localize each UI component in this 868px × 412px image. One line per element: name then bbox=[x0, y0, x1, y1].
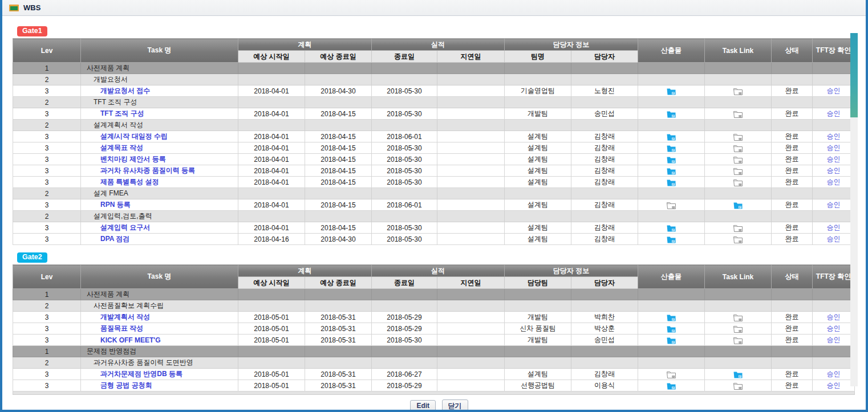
approve-link[interactable]: 승인 bbox=[827, 223, 841, 231]
deliverable-folder-blue-icon[interactable] bbox=[667, 88, 676, 95]
task-name-link[interactable]: 개발계획서 작성 bbox=[100, 313, 150, 321]
approve-link[interactable]: 승인 bbox=[827, 324, 841, 332]
tasklink-folder-outline-icon[interactable] bbox=[733, 225, 743, 232]
confirm-cell: 승인 bbox=[813, 142, 855, 154]
approve-link[interactable]: 승인 bbox=[827, 132, 841, 140]
tasklink-folder-outline-icon[interactable] bbox=[733, 236, 743, 243]
deliverable-folder-blue-icon[interactable] bbox=[667, 236, 676, 243]
task-name-link[interactable]: 과거차문제점 반영DB 등록 bbox=[100, 370, 182, 378]
deliverable-folder-blue-icon[interactable] bbox=[667, 337, 676, 344]
table-row-task: 3개발계획서 작성2018-05-012018-05-312018-05-29개… bbox=[13, 312, 855, 323]
tasklink-folder-outline-icon[interactable] bbox=[733, 314, 743, 321]
team-cell bbox=[505, 188, 571, 199]
team-cell: 설계팀 bbox=[505, 131, 571, 142]
deliverable-folder-blue-icon[interactable] bbox=[667, 168, 676, 175]
task-name-link[interactable]: 과거차 유사차종 품질이력 등록 bbox=[100, 166, 195, 174]
approve-link[interactable]: 승인 bbox=[827, 109, 841, 117]
plan-end-cell: 2018-04-15 bbox=[305, 177, 372, 188]
deliverable-folder-blue-icon[interactable] bbox=[667, 111, 676, 118]
tasklink-folder-outline-icon[interactable] bbox=[733, 156, 743, 164]
deliverable-cell bbox=[638, 300, 705, 312]
approve-link[interactable]: 승인 bbox=[827, 178, 841, 186]
team-cell: 개발팀 bbox=[505, 108, 571, 120]
task-name-link[interactable]: RPN 등록 bbox=[100, 201, 131, 209]
approve-link[interactable]: 승인 bbox=[827, 144, 841, 152]
deliverable-cell bbox=[638, 85, 705, 97]
approve-link[interactable]: 승인 bbox=[827, 235, 841, 243]
tasklink-folder-outline-icon[interactable] bbox=[733, 382, 743, 390]
table-row-task: 3설계입력 요구서2018-04-012018-04-152018-05-30설… bbox=[13, 222, 855, 234]
gate2-table: Lev Task 명 계획 실적 담당자 정보 산출물 Task Link 상태… bbox=[13, 264, 855, 395]
lev-cell: 3 bbox=[13, 177, 81, 188]
deliverable-folder-blue-icon[interactable] bbox=[667, 133, 676, 141]
task-name-link[interactable]: 설계/시작 대일정 수립 bbox=[100, 132, 168, 140]
plan-end-cell: 2018-04-15 bbox=[305, 154, 372, 165]
tasklink-folder-outline-icon[interactable] bbox=[733, 337, 743, 344]
delay-cell bbox=[437, 369, 505, 380]
actual-end-cell bbox=[372, 120, 437, 131]
plan-start-cell bbox=[238, 289, 305, 300]
tasklink-folder-outline-icon[interactable] bbox=[733, 179, 743, 186]
team-cell bbox=[505, 346, 571, 357]
plan-start-cell: 2018-05-01 bbox=[238, 335, 305, 346]
deliverable-folder-blue-icon[interactable] bbox=[667, 314, 676, 321]
actual-end-cell: 2018-06-01 bbox=[372, 131, 437, 142]
tasklink-folder-outline-icon[interactable] bbox=[733, 133, 743, 141]
close-button[interactable]: 닫기 bbox=[442, 399, 468, 412]
approve-link[interactable]: 승인 bbox=[827, 155, 841, 163]
task-name-link[interactable]: 개발요청서 접수 bbox=[100, 87, 150, 95]
plan-end-cell: 2018-04-15 bbox=[305, 222, 372, 234]
approve-link[interactable]: 승인 bbox=[827, 201, 841, 209]
lev-cell: 3 bbox=[13, 108, 81, 120]
approve-link[interactable]: 승인 bbox=[827, 370, 841, 378]
deliverable-folder-blue-icon[interactable] bbox=[667, 382, 676, 390]
approve-link[interactable]: 승인 bbox=[827, 336, 841, 344]
task-name-link[interactable]: 금형 공법 공청회 bbox=[100, 381, 152, 389]
col-header-owner: 담당자 bbox=[571, 51, 638, 63]
approve-link[interactable]: 승인 bbox=[827, 87, 841, 95]
tasklink-folder-outline-icon[interactable] bbox=[733, 168, 743, 175]
deliverable-folder-outline-icon[interactable] bbox=[667, 371, 676, 378]
task-name-link[interactable]: 설계목표 작성 bbox=[100, 144, 143, 152]
deliverable-folder-blue-icon[interactable] bbox=[667, 156, 676, 164]
task-name-link[interactable]: 벤치마킹 제안서 등록 bbox=[100, 155, 166, 163]
task-name-link[interactable]: DPA 점검 bbox=[100, 235, 129, 243]
task-name-cell: 개발요청서 bbox=[81, 74, 238, 85]
deliverable-folder-blue-icon[interactable] bbox=[667, 179, 676, 186]
confirm-cell bbox=[813, 357, 855, 369]
task-name-link[interactable]: KICK OFF MEET'G bbox=[100, 336, 161, 344]
window-titlebar: WBS bbox=[2, 0, 866, 16]
tasklink-folder-outline-icon[interactable] bbox=[733, 145, 743, 152]
edit-button[interactable]: Edit bbox=[410, 400, 436, 412]
scrollbar-thumb[interactable] bbox=[850, 33, 858, 117]
task-name-link[interactable]: 제품 특별특성 설정 bbox=[100, 178, 159, 186]
plan-start-cell bbox=[238, 97, 305, 108]
deliverable-folder-blue-icon[interactable] bbox=[667, 145, 676, 152]
confirm-cell: 승인 bbox=[813, 108, 855, 120]
task-name-link[interactable]: 품질목표 작성 bbox=[100, 324, 143, 332]
tasklink-folder-blue-icon[interactable] bbox=[733, 202, 743, 209]
task-name-link[interactable]: TFT 조직 구성 bbox=[100, 109, 144, 117]
plan-end-cell: 2018-04-15 bbox=[305, 199, 372, 211]
delay-cell bbox=[437, 108, 505, 120]
plan-end-cell bbox=[305, 346, 372, 357]
delay-cell bbox=[437, 357, 505, 369]
plan-start-cell bbox=[238, 63, 305, 74]
deliverable-folder-blue-icon[interactable] bbox=[667, 325, 676, 333]
status-cell: 완료 bbox=[772, 108, 813, 120]
col-header-lev: Lev bbox=[13, 39, 81, 63]
tasklink-folder-outline-icon[interactable] bbox=[733, 111, 743, 118]
tasklink-folder-blue-icon[interactable] bbox=[733, 371, 743, 378]
approve-link[interactable]: 승인 bbox=[827, 381, 841, 389]
deliverable-folder-outline-icon[interactable] bbox=[667, 202, 676, 209]
tasklink-folder-outline-icon[interactable] bbox=[733, 325, 743, 333]
deliverable-cell bbox=[638, 357, 705, 369]
table-row-task: 3설계목표 작성2018-04-012018-04-152018-05-30설계… bbox=[13, 142, 855, 154]
task-name-link[interactable]: 설계입력 요구서 bbox=[100, 223, 150, 231]
plan-end-cell bbox=[305, 63, 372, 74]
tasklink-folder-outline-icon[interactable] bbox=[733, 88, 743, 95]
approve-link[interactable]: 승인 bbox=[827, 313, 841, 321]
deliverable-folder-blue-icon[interactable] bbox=[667, 225, 676, 232]
approve-link[interactable]: 승인 bbox=[827, 166, 841, 174]
scrollbar-track[interactable] bbox=[850, 33, 858, 386]
